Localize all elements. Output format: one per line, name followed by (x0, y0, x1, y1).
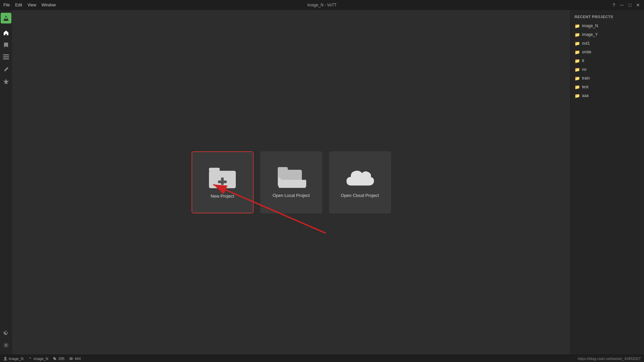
folder-icon: 📁 (575, 41, 580, 46)
new-project-icon (209, 166, 236, 190)
new-project-label: New Project (211, 194, 234, 199)
sidebar-item-bookmark[interactable] (1, 40, 11, 50)
statusbar-project: image_N (3, 357, 23, 361)
recent-item-name: smile (582, 50, 591, 54)
maximize-button[interactable]: □ (627, 2, 633, 8)
sidebar-item-home[interactable] (1, 28, 11, 38)
recent-item-train[interactable]: 📁 train 🗑 (571, 74, 644, 83)
menu-edit[interactable]: Edit (15, 3, 22, 7)
sidebar-item-edit[interactable] (1, 64, 11, 74)
recent-item-name: image_N (582, 23, 598, 28)
titlebar-menu[interactable]: File Edit View Window (3, 3, 56, 7)
statusbar-project-name: image_N (9, 357, 23, 361)
titlebar-controls[interactable]: ? ─ □ ✕ (611, 2, 641, 8)
user-icon (3, 357, 7, 361)
svg-point-1 (5, 17, 7, 19)
sidebar-item-layers[interactable] (1, 52, 11, 62)
help-button[interactable]: ? (611, 2, 616, 8)
recent-item-name: train (582, 76, 590, 81)
project-cards: New Project Open Local Project (192, 151, 391, 213)
recent-projects-panel: RECENT PROJECTS 📁 image_N 🗑 📁 image_Y 🗑 … (570, 10, 644, 355)
sidebar (0, 10, 12, 355)
statusbar: image_N image_N 285 444 https://blog.csd… (0, 355, 644, 362)
statusbar-url: https://blog.csdn.net/weixin_43452027 (578, 357, 641, 361)
sidebar-item-plugin[interactable] (1, 328, 11, 339)
folder-icon: 📁 (575, 93, 580, 98)
recent-item-name: test (582, 85, 588, 89)
svg-rect-2 (3, 54, 9, 55)
folder-icon: 📁 (575, 76, 580, 81)
statusbar-user: image_N (28, 357, 48, 361)
sidebar-bottom (1, 328, 11, 355)
sidebar-item-tag[interactable] (1, 76, 11, 87)
recent-item-test[interactable]: 📁 test 🗑 (571, 83, 644, 91)
titlebar-title: image_N - VoTT (307, 3, 336, 7)
recent-item-smile[interactable]: 📁 smile 🗑 (571, 48, 644, 56)
recent-projects-title: RECENT PROJECTS (571, 13, 644, 21)
svg-point-18 (70, 358, 72, 359)
recent-item-no[interactable]: 📁 no 🗑 (571, 65, 644, 74)
new-project-card[interactable]: New Project (192, 151, 254, 213)
folder-icon: 📁 (575, 85, 580, 90)
eye-icon (69, 357, 73, 361)
content-area: New Project Open Local Project (12, 10, 644, 355)
sidebar-item-settings[interactable] (1, 340, 11, 351)
recent-item-image-n[interactable]: 📁 image_N 🗑 (571, 21, 644, 30)
main-layout: New Project Open Local Project (0, 10, 644, 355)
open-cloud-card[interactable]: Open Cloud Project (329, 151, 391, 213)
open-folder-icon (278, 167, 305, 189)
statusbar-left: image_N image_N 285 444 (3, 357, 81, 361)
upload-icon (28, 357, 32, 361)
svg-point-16 (54, 358, 55, 358)
recent-item-aaa[interactable]: 📁 aaa 🗑 (571, 91, 644, 100)
minimize-button[interactable]: ─ (619, 2, 625, 8)
menu-window[interactable]: Window (42, 3, 56, 7)
titlebar: File Edit View Window image_N - VoTT ? ─… (0, 0, 644, 10)
recent-item-tt[interactable]: 📁 tt 🗑 (571, 56, 644, 65)
svg-rect-10 (218, 180, 227, 183)
folder-icon: 📁 (575, 67, 580, 72)
close-button[interactable]: ✕ (635, 2, 641, 8)
open-local-label: Open Local Project (273, 193, 310, 198)
cloud-icon-wrap (345, 167, 375, 189)
open-local-card[interactable]: Open Local Project (260, 151, 322, 213)
folder-icon: 📁 (575, 23, 580, 29)
folder-icon: 📁 (575, 32, 580, 37)
tag-icon (53, 357, 57, 361)
statusbar-user-name: image_N (34, 357, 48, 361)
svg-point-6 (5, 344, 7, 346)
folder-icon: 📁 (575, 50, 580, 55)
svg-rect-4 (3, 58, 9, 59)
folder-icon: 📁 (575, 58, 580, 63)
recent-item-name: tt (582, 58, 584, 63)
svg-point-15 (4, 357, 6, 359)
recent-item-name: no (582, 67, 586, 72)
statusbar-items: 444 (69, 357, 80, 361)
recent-item-out1[interactable]: 📁 out1 🗑 (571, 39, 644, 48)
statusbar-tags: 285 (53, 357, 64, 361)
svg-rect-12 (278, 167, 288, 172)
recent-item-name: aaa (582, 93, 589, 98)
brand-icon (1, 13, 11, 23)
open-cloud-label: Open Cloud Project (341, 193, 379, 198)
statusbar-tags-count: 285 (58, 357, 64, 361)
main-content: New Project Open Local Project (12, 10, 570, 355)
svg-rect-3 (3, 56, 9, 57)
statusbar-items-count: 444 (74, 357, 80, 361)
menu-file[interactable]: File (3, 3, 10, 7)
menu-view[interactable]: View (28, 3, 36, 7)
recent-item-image-y[interactable]: 📁 image_Y 🗑 (571, 30, 644, 39)
recent-item-name: image_Y (582, 32, 598, 37)
recent-item-name: out1 (582, 41, 590, 46)
